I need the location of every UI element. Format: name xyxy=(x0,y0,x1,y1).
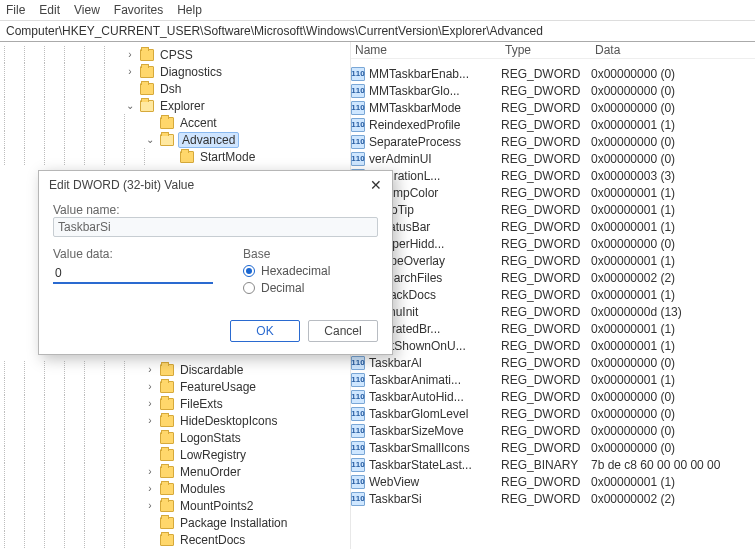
value-type: REG_DWORD xyxy=(501,67,591,81)
list-item[interactable]: 110verAdminUIREG_DWORD0x00000000 (0) xyxy=(351,150,755,167)
tree-item[interactable]: LogonStats xyxy=(4,429,350,446)
folder-icon xyxy=(160,415,174,427)
folder-icon xyxy=(140,100,154,112)
chevron-right-icon[interactable]: › xyxy=(144,415,156,427)
tree-item[interactable]: ›FileExts xyxy=(4,395,350,412)
list-item[interactable]: 110ReindexedProfileREG_DWORD0x00000001 (… xyxy=(351,116,755,133)
value-data-label: Value data: xyxy=(53,247,213,261)
col-name[interactable]: Name xyxy=(355,43,505,57)
list-item[interactable]: 110TaskbarSizeMoveREG_DWORD0x00000000 (0… xyxy=(351,422,755,439)
folder-icon xyxy=(160,500,174,512)
value-data-input[interactable] xyxy=(53,264,213,284)
radio-hex-label: Hexadecimal xyxy=(261,264,330,278)
list-item[interactable]: 110wStatusBarREG_DWORD0x00000001 (1) xyxy=(351,218,755,235)
chevron-down-icon[interactable]: ⌄ xyxy=(124,100,136,112)
chevron-right-icon[interactable]: › xyxy=(144,500,156,512)
value-data: 0x00000001 (1) xyxy=(591,475,755,489)
tree-item[interactable]: StartMode xyxy=(4,148,350,165)
value-data: 0x00000000 (0) xyxy=(591,84,755,98)
tree-item[interactable]: Package Installation xyxy=(4,514,350,531)
tree-item[interactable]: ›Discardable xyxy=(4,361,350,378)
chevron-right-icon[interactable]: › xyxy=(144,483,156,495)
list-item[interactable]: 110wCompColorREG_DWORD0x00000001 (1) xyxy=(351,184,755,201)
value-name-label: Value name: xyxy=(53,203,378,217)
radio-decimal[interactable]: Decimal xyxy=(243,281,330,295)
folder-icon xyxy=(180,151,194,163)
expander-none xyxy=(144,534,156,546)
chevron-right-icon[interactable]: › xyxy=(144,466,156,478)
list-item[interactable]: 110t_SearchFilesREG_DWORD0x00000002 (2) xyxy=(351,269,755,286)
value-type: REG_DWORD xyxy=(501,135,591,149)
edit-dword-dialog: Edit DWORD (32-bit) Value ✕ Value name: … xyxy=(38,170,393,355)
value-name-input[interactable] xyxy=(53,217,378,237)
tree-item-label: Dsh xyxy=(158,82,183,96)
close-icon[interactable]: ✕ xyxy=(370,177,382,193)
chevron-right-icon[interactable]: › xyxy=(124,49,136,61)
cancel-button[interactable]: Cancel xyxy=(308,320,378,342)
list-item[interactable]: 110tMigratedBr...REG_DWORD0x00000001 (1) xyxy=(351,320,755,337)
value-name: TaskbarAutoHid... xyxy=(369,390,464,404)
tree-item[interactable]: RecentDocs xyxy=(4,531,350,548)
list-item[interactable]: 110TaskbarStateLast...REG_BINARY7b de c8… xyxy=(351,456,755,473)
list-item[interactable]: 110t_TrackDocsREG_DWORD0x00000001 (1) xyxy=(351,286,755,303)
chevron-right-icon[interactable]: › xyxy=(144,364,156,376)
list-item[interactable]: 110SeparateProcessREG_DWORD0x00000000 (0… xyxy=(351,133,755,150)
tree-item[interactable]: ⌄Explorer xyxy=(4,97,350,114)
value-type: REG_DWORD xyxy=(501,305,591,319)
list-item[interactable]: 110TaskbarSmallIconsREG_DWORD0x00000000 … xyxy=(351,439,755,456)
tree-item[interactable]: ›MenuOrder xyxy=(4,463,350,480)
value-type: REG_DWORD xyxy=(501,203,591,217)
list-item[interactable]: 110MMTaskbarModeREG_DWORD0x00000000 (0) xyxy=(351,99,755,116)
value-type: REG_DWORD xyxy=(501,441,591,455)
list-item[interactable]: 110wInfoTipREG_DWORD0x00000001 (1) xyxy=(351,201,755,218)
address-bar[interactable]: Computer\HKEY_CURRENT_USER\Software\Micr… xyxy=(0,20,755,42)
value-type: REG_DWORD xyxy=(501,101,591,115)
list-item[interactable]: 110TaskbarGlomLevelREG_DWORD0x00000000 (… xyxy=(351,405,755,422)
menu-favorites[interactable]: Favorites xyxy=(114,3,163,17)
expander-none xyxy=(164,151,176,163)
tree-item[interactable]: ›FeatureUsage xyxy=(4,378,350,395)
list-item[interactable]: 110MMTaskbarGlo...REG_DWORD0x00000000 (0… xyxy=(351,82,755,99)
list-item[interactable]: 110StartShownOnU...REG_DWORD0x00000001 (… xyxy=(351,337,755,354)
list-item[interactable]: 110TaskbarAlREG_DWORD0x00000000 (0) xyxy=(351,354,755,371)
chevron-right-icon[interactable]: › xyxy=(144,398,156,410)
value-data: 0x00000001 (1) xyxy=(591,220,755,234)
tree-item[interactable]: ›MountPoints2 xyxy=(4,497,350,514)
list-item[interactable]: 110WebViewREG_DWORD0x00000001 (1) xyxy=(351,473,755,490)
list-item[interactable]: 110TaskbarAutoHid...REG_DWORD0x00000000 … xyxy=(351,388,755,405)
menu-help[interactable]: Help xyxy=(177,3,202,17)
tree-item[interactable]: Dsh xyxy=(4,80,350,97)
list-item[interactable]: 110MMTaskbarEnab...REG_DWORD0x00000000 (… xyxy=(351,65,755,82)
value-data: 0x00000001 (1) xyxy=(591,373,755,387)
value-data: 0x00000000 (0) xyxy=(591,67,755,81)
tree-item[interactable]: ⌄Advanced xyxy=(4,131,350,148)
reg-value-icon: 110 xyxy=(351,101,365,115)
radio-hexadecimal[interactable]: Hexadecimal xyxy=(243,264,330,278)
radio-dot-icon xyxy=(243,282,255,294)
menu-edit[interactable]: Edit xyxy=(39,3,60,17)
list-item[interactable]: 110TaskbarAnimati...REG_DWORD0x00000001 … xyxy=(351,371,755,388)
tree-item[interactable]: LowRegistry xyxy=(4,446,350,463)
col-type[interactable]: Type xyxy=(505,43,595,57)
tree-item[interactable]: ›HideDesktopIcons xyxy=(4,412,350,429)
chevron-down-icon[interactable]: ⌄ xyxy=(144,134,156,146)
list-item[interactable]: 110llMigrationL...REG_DWORD0x00000003 (3… xyxy=(351,167,755,184)
menu-file[interactable]: File xyxy=(6,3,25,17)
tree-item[interactable]: ›CPSS xyxy=(4,46,350,63)
ok-button[interactable]: OK xyxy=(230,320,300,342)
chevron-right-icon[interactable]: › xyxy=(124,66,136,78)
list-item[interactable]: 110wTypeOverlayREG_DWORD0x00000001 (1) xyxy=(351,252,755,269)
menu-view[interactable]: View xyxy=(74,3,100,17)
chevron-right-icon[interactable]: › xyxy=(144,381,156,393)
value-name: MMTaskbarMode xyxy=(369,101,461,115)
tree-item[interactable]: Accent xyxy=(4,114,350,131)
list-item[interactable]: 110wSuperHidd...REG_DWORD0x00000000 (0) xyxy=(351,235,755,252)
folder-icon xyxy=(160,534,174,546)
list-item[interactable]: 110tMenuInitREG_DWORD0x0000000d (13) xyxy=(351,303,755,320)
col-data[interactable]: Data xyxy=(595,43,755,57)
list-item[interactable]: 110TaskbarSiREG_DWORD0x00000002 (2) xyxy=(351,490,755,507)
tree-item[interactable]: ›Modules xyxy=(4,480,350,497)
tree-item[interactable]: ›Diagnostics xyxy=(4,63,350,80)
value-type: REG_DWORD xyxy=(501,424,591,438)
value-type: REG_DWORD xyxy=(501,322,591,336)
